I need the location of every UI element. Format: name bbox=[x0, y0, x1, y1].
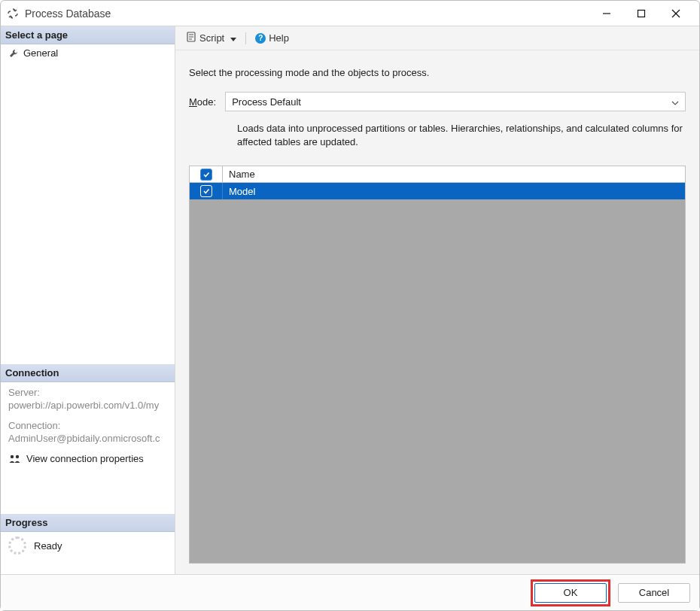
ok-button-highlight: OK bbox=[531, 579, 610, 606]
progress-status: Ready bbox=[34, 540, 62, 552]
script-icon bbox=[186, 32, 196, 44]
script-label: Script bbox=[199, 32, 224, 44]
content-area: Select the processing mode and the objec… bbox=[175, 50, 699, 574]
connection-info: Connection: AdminUser@pbidaily.onmicroso… bbox=[1, 415, 175, 448]
instruction-text: Select the processing mode and the objec… bbox=[189, 67, 686, 78]
minimize-button[interactable] bbox=[589, 3, 624, 24]
progress-block: Ready bbox=[1, 532, 175, 559]
connection-header: Connection bbox=[1, 364, 175, 382]
main-content-panel: Script ? Help Select the processing mode… bbox=[175, 26, 699, 574]
chevron-down-icon bbox=[671, 96, 679, 108]
objects-table: Name Model bbox=[189, 166, 686, 564]
users-icon bbox=[8, 454, 22, 464]
select-all-checkbox[interactable] bbox=[200, 169, 212, 181]
svg-point-5 bbox=[16, 454, 19, 457]
mode-description: Loads data into unprocessed partitions o… bbox=[237, 122, 686, 149]
title-bar: Process Database bbox=[1, 1, 699, 26]
table-empty-area bbox=[190, 199, 685, 563]
svg-point-4 bbox=[11, 454, 14, 457]
cancel-button[interactable]: Cancel bbox=[618, 583, 690, 603]
connection-label: Connection: bbox=[8, 420, 167, 431]
window-title: Process Database bbox=[25, 8, 111, 20]
mode-selected-value: Process Default bbox=[232, 96, 301, 108]
view-connection-properties-link[interactable]: View connection properties bbox=[1, 448, 175, 469]
select-page-header: Select a page bbox=[1, 26, 175, 44]
table-row[interactable]: Model bbox=[190, 183, 685, 199]
progress-spinner-icon bbox=[8, 537, 26, 555]
mode-dropdown[interactable]: Process Default bbox=[225, 92, 686, 111]
view-connection-properties-label: View connection properties bbox=[26, 453, 144, 464]
help-label: Help bbox=[269, 32, 289, 44]
mode-label: Mode: bbox=[189, 96, 216, 108]
row-name: Model bbox=[223, 183, 685, 199]
table-header-row: Name bbox=[190, 166, 685, 183]
ok-button[interactable]: OK bbox=[534, 583, 607, 603]
row-checkbox[interactable] bbox=[200, 185, 212, 197]
page-general[interactable]: General bbox=[1, 44, 175, 62]
server-label: Server: bbox=[8, 387, 167, 398]
dialog-footer: OK Cancel bbox=[1, 574, 699, 610]
close-button[interactable] bbox=[659, 3, 693, 24]
script-button[interactable]: Script bbox=[183, 30, 239, 46]
left-navigation-panel: Select a page General Connection Server:… bbox=[1, 26, 175, 574]
svg-rect-1 bbox=[638, 10, 645, 17]
column-header-name[interactable]: Name bbox=[223, 166, 685, 182]
help-button[interactable]: ? Help bbox=[252, 31, 292, 45]
maximize-button[interactable] bbox=[624, 3, 659, 24]
process-database-icon bbox=[7, 8, 19, 20]
toolbar-separator bbox=[245, 32, 246, 44]
help-icon: ? bbox=[255, 33, 266, 44]
server-info: Server: powerbi://api.powerbi.com/v1.0/m… bbox=[1, 382, 175, 415]
toolbar: Script ? Help bbox=[175, 26, 699, 50]
dropdown-arrow-icon bbox=[230, 32, 236, 44]
page-general-label: General bbox=[23, 47, 58, 59]
progress-header: Progress bbox=[1, 514, 175, 532]
wrench-icon bbox=[8, 48, 19, 59]
connection-value: AdminUser@pbidaily.onmicrosoft.c bbox=[8, 433, 167, 444]
server-value: powerbi://api.powerbi.com/v1.0/my bbox=[8, 400, 167, 411]
dialog-window: Process Database Select a page General C… bbox=[0, 0, 700, 611]
